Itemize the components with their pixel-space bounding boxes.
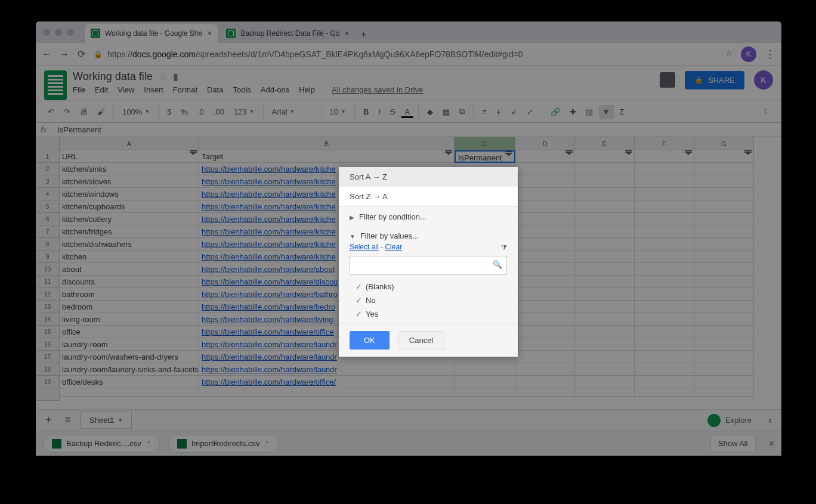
profile-avatar[interactable]: K: [741, 47, 756, 62]
clear-link[interactable]: Clear: [385, 243, 402, 251]
cell[interactable]: [694, 276, 754, 288]
row-header[interactable]: 14: [36, 313, 60, 326]
col-header-e[interactable]: E: [575, 137, 635, 150]
cell[interactable]: [575, 301, 635, 313]
filter-icon[interactable]: ⧩: [501, 243, 507, 252]
menu-insert[interactable]: Insert: [144, 85, 163, 94]
cell[interactable]: https://bienhabille.com/hardware/laundr: [199, 363, 455, 376]
cell[interactable]: [515, 188, 575, 200]
filter-icon[interactable]: [566, 152, 572, 155]
header-cell-selected[interactable]: IsPermanent: [455, 150, 515, 163]
ok-button[interactable]: OK: [350, 331, 390, 350]
show-all-downloads[interactable]: Show All: [710, 435, 756, 452]
filter-icon[interactable]: [685, 152, 691, 155]
cell[interactable]: kitchen/fridges: [60, 225, 199, 238]
row-header[interactable]: 11: [36, 276, 60, 288]
cell[interactable]: kitchen: [60, 251, 199, 263]
row-header[interactable]: 13: [36, 301, 60, 313]
cell[interactable]: [694, 376, 754, 388]
sort-za[interactable]: Sort Z → A: [339, 187, 518, 206]
cell[interactable]: [635, 313, 694, 326]
menu-edit[interactable]: Edit: [95, 85, 108, 94]
print-button[interactable]: 🖶: [76, 105, 91, 119]
cell[interactable]: [575, 238, 635, 251]
undo-button[interactable]: ↶: [44, 105, 58, 119]
paint-format-button[interactable]: 🖌: [94, 105, 109, 119]
col-header-f[interactable]: F: [635, 137, 694, 150]
cell[interactable]: [515, 376, 575, 388]
filter-icon[interactable]: [626, 152, 632, 155]
chevron-up-icon[interactable]: ⌃: [265, 440, 270, 447]
borders-button[interactable]: ▦: [439, 105, 453, 119]
cell[interactable]: [635, 263, 694, 276]
cell[interactable]: [515, 313, 575, 326]
cell[interactable]: [575, 263, 635, 276]
cell[interactable]: [694, 326, 754, 338]
cell[interactable]: office/desks: [60, 376, 199, 388]
menu-addons[interactable]: Add-ons: [261, 85, 289, 94]
format-select[interactable]: 123▼: [230, 107, 258, 116]
save-status[interactable]: All changes saved in Drive: [332, 85, 423, 94]
header-cell[interactable]: Target: [199, 150, 455, 163]
row-header[interactable]: 12: [36, 288, 60, 301]
cell[interactable]: [515, 213, 575, 225]
cell[interactable]: [635, 338, 694, 351]
cell[interactable]: [694, 188, 754, 200]
redo-button[interactable]: ↷: [60, 105, 74, 119]
cell[interactable]: [635, 225, 694, 238]
filter-icon[interactable]: [190, 152, 196, 155]
cell[interactable]: [694, 288, 754, 301]
cell[interactable]: [575, 363, 635, 376]
cell[interactable]: [575, 351, 635, 363]
menu-format[interactable]: Format: [173, 85, 197, 94]
new-tab-button[interactable]: +: [356, 26, 372, 43]
cell[interactable]: kitchen/dishwashers: [60, 238, 199, 251]
cell[interactable]: [635, 163, 694, 175]
link-button[interactable]: 🔗: [547, 105, 564, 119]
cell[interactable]: [635, 188, 694, 200]
row-header[interactable]: 7: [36, 225, 60, 238]
row-header[interactable]: 4: [36, 188, 60, 200]
cell[interactable]: [635, 200, 694, 213]
filter-button[interactable]: ▼: [599, 105, 614, 119]
percent-button[interactable]: %: [177, 105, 191, 119]
cell[interactable]: [575, 376, 635, 388]
dec-increase-button[interactable]: .00: [210, 105, 228, 119]
col-header-b[interactable]: B: [199, 137, 455, 150]
col-header-g[interactable]: G: [694, 137, 754, 150]
cell[interactable]: [694, 363, 754, 376]
cell[interactable]: [635, 276, 694, 288]
traffic-light-max[interactable]: [67, 29, 74, 36]
row-header[interactable]: 5: [36, 200, 60, 213]
cell[interactable]: laundry-room/washers-and-dryers: [60, 351, 199, 363]
functions-button[interactable]: Σ: [616, 105, 628, 119]
all-sheets-button[interactable]: ≡: [61, 414, 75, 426]
cell[interactable]: kitchen/sinks: [60, 163, 199, 175]
cell[interactable]: [635, 351, 694, 363]
explore-button[interactable]: Explore: [700, 414, 759, 427]
menu-file[interactable]: File: [73, 85, 85, 94]
cell[interactable]: [694, 301, 754, 313]
cell[interactable]: [694, 351, 754, 363]
cell[interactable]: [575, 163, 635, 175]
formula-bar[interactable]: fx IsPermanent: [36, 123, 781, 137]
tab-active[interactable]: Working data file - Google She ×: [85, 24, 218, 43]
cell[interactable]: [515, 163, 575, 175]
filter-search-input[interactable]: [350, 256, 507, 275]
cell[interactable]: about: [60, 263, 199, 276]
cell[interactable]: [694, 225, 754, 238]
cell[interactable]: kitchen/cupboards: [60, 200, 199, 213]
cell[interactable]: [515, 225, 575, 238]
halign-button[interactable]: ≡: [478, 105, 490, 119]
cell[interactable]: [694, 175, 754, 188]
cell[interactable]: laundry-room: [60, 338, 199, 351]
cell[interactable]: [515, 200, 575, 213]
cell[interactable]: [575, 338, 635, 351]
valign-button[interactable]: ⍿: [493, 105, 505, 119]
reload-button[interactable]: ⟳: [78, 48, 85, 60]
account-avatar[interactable]: K: [754, 70, 773, 89]
cell[interactable]: laundry-room/laundry-sinks-and-faucets: [60, 363, 199, 376]
menu-tools[interactable]: Tools: [233, 85, 251, 94]
tab-inactive[interactable]: Backup Redirect Data File - Go ×: [220, 24, 355, 43]
cell[interactable]: [575, 225, 635, 238]
